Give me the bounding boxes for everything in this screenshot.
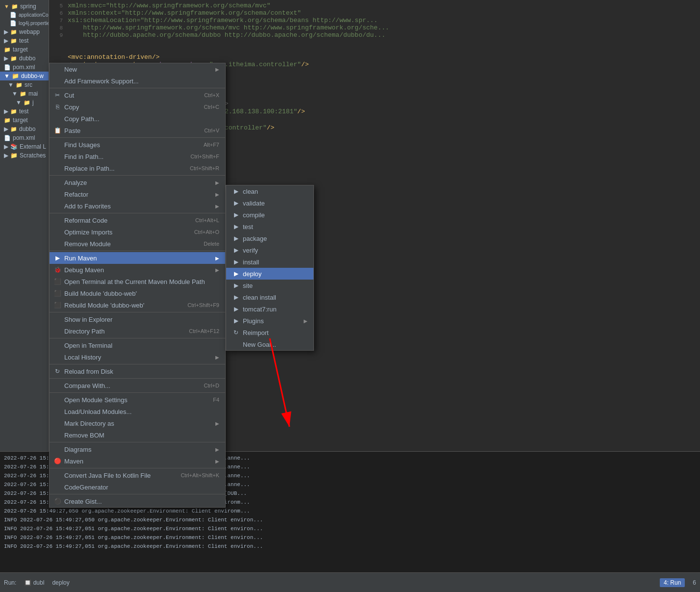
tree-pom2[interactable]: 📄 pom.xml — [0, 133, 49, 142]
submenu-reimport[interactable]: ↻ Reimport — [226, 327, 313, 338]
separator — [50, 251, 225, 251]
menu-item-optimize-imports[interactable]: Optimize Imports Ctrl+Alt+O — [50, 226, 225, 238]
menu-item-create-gist[interactable]: ⚫ Create Gist... — [50, 495, 225, 507]
tree-test2[interactable]: ▶ 📁 test — [0, 107, 49, 116]
separator — [50, 392, 225, 393]
submenu-arrow: ▶ — [215, 256, 219, 261]
menu-item-debug-maven[interactable]: 🐞 Debug Maven ▶ — [50, 264, 225, 276]
tree-mai[interactable]: ▼ 📁 mai — [0, 89, 49, 98]
submenu-validate[interactable]: ▶ validate — [226, 197, 313, 209]
tree-spring[interactable]: ▼ 📁 spring — [0, 2, 49, 11]
menu-item-add-framework[interactable]: Add Framework Support... — [50, 75, 225, 87]
console-line: 2022-07-26 15:49:27,050 org.apache.zooke… — [4, 507, 696, 515]
submenu-arrow: ▶ — [215, 192, 219, 197]
run-maven-submenu: ▶ clean ▶ validate ▶ compile ▶ test ▶ pa… — [226, 185, 314, 351]
menu-item-maven[interactable]: 🔴 Maven ▶ — [50, 455, 225, 467]
separator — [50, 88, 225, 88]
menu-item-directory-path[interactable]: Directory Path Ctrl+Alt+F12 — [50, 325, 225, 337]
menu-item-rebuild-module[interactable]: ⬛ Rebuild Module 'dubbo-web' Ctrl+Shift+… — [50, 299, 225, 311]
submenu-clean[interactable]: ▶ clean — [226, 185, 313, 197]
tree-external[interactable]: ▶ 📚 External L — [0, 142, 49, 151]
tab-run[interactable]: 4: Run — [660, 578, 685, 587]
menu-item-remove-module[interactable]: Remove Module Delete — [50, 238, 225, 250]
menu-item-replace-path[interactable]: Replace in Path... Ctrl+Shift+R — [50, 162, 225, 174]
tree-j[interactable]: ▼ 📁 j — [0, 98, 49, 107]
status-bar: Run: 🔲 dubl deploy 4: Run 6 — [0, 572, 700, 592]
cut-icon: ✂ — [53, 91, 61, 99]
menu-item-diagrams[interactable]: Diagrams ▶ — [50, 443, 225, 455]
submenu-arrow: ▶ — [215, 355, 219, 360]
tree-target1[interactable]: 📁 target — [0, 45, 49, 54]
tree-log4j[interactable]: 📄 log4j.properties — [0, 19, 49, 27]
tree-src[interactable]: ▼ 📁 src — [0, 80, 49, 89]
separator — [50, 494, 225, 494]
tree-scratches[interactable]: ▶ 📁 Scratches — [0, 151, 49, 160]
copy-icon: ⎘ — [53, 103, 61, 111]
submenu-site[interactable]: ▶ site — [226, 280, 313, 291]
menu-item-module-settings[interactable]: Open Module Settings F4 — [50, 394, 225, 406]
menu-item-new[interactable]: New ▶ — [50, 63, 225, 75]
menu-item-open-terminal[interactable]: Open in Terminal — [50, 339, 225, 351]
menu-item-show-explorer[interactable]: Show in Explorer — [50, 313, 225, 325]
submenu-compile[interactable]: ▶ compile — [226, 209, 313, 221]
menu-item-code-generator[interactable]: CodeGenerator — [50, 481, 225, 493]
menu-item-run-maven[interactable]: ▶ Run Maven ▶ — [50, 252, 225, 264]
menu-item-local-history[interactable]: Local History ▶ — [50, 351, 225, 363]
separator — [50, 175, 225, 176]
submenu-package[interactable]: ▶ package — [226, 232, 313, 244]
tree-pom1[interactable]: 📄 pom.xml — [0, 63, 49, 72]
debug-maven-icon: 🐞 — [53, 266, 61, 274]
separator — [50, 312, 225, 312]
submenu-arrow: ▶ — [215, 267, 219, 273]
tree-dubbo-w[interactable]: ▼ 📁 dubbo-w — [0, 72, 49, 80]
separator — [50, 468, 225, 468]
menu-item-analyze[interactable]: Analyze ▶ — [50, 177, 225, 188]
menu-item-find-path[interactable]: Find in Path... Ctrl+Shift+F — [50, 151, 225, 162]
submenu-plugins[interactable]: ▶ Plugins ▶ — [226, 315, 313, 327]
tree-test1[interactable]: ▶ 📁 test — [0, 36, 49, 45]
tree-app-context[interactable]: 📄 applicationContext.xml — [0, 11, 49, 19]
menu-item-reload[interactable]: ↻ Reload from Disk — [50, 365, 225, 377]
menu-item-load-unload[interactable]: Load/Unload Modules... — [50, 406, 225, 417]
run-label: Run: — [4, 579, 16, 586]
tree-dubbo1[interactable]: ▶ 📁 dubbo — [0, 54, 49, 63]
separator — [50, 213, 225, 213]
tab-lines[interactable]: 6 — [693, 579, 696, 586]
menu-item-compare[interactable]: Compare With... Ctrl+D — [50, 380, 225, 391]
submenu-clean-install[interactable]: ▶ clean install — [226, 291, 313, 303]
menu-item-find-usages[interactable]: Find Usages Alt+F7 — [50, 139, 225, 151]
reimport-icon: ↻ — [232, 329, 240, 336]
tree-target2[interactable]: 📁 target — [0, 116, 49, 125]
menu-item-convert-kotlin[interactable]: Convert Java File to Kotlin File Ctrl+Al… — [50, 469, 225, 481]
menu-item-mark-directory[interactable]: Mark Directory as ▶ — [50, 417, 225, 429]
submenu-tomcat7[interactable]: ▶ tomcat7:run — [226, 303, 313, 315]
menu-item-open-terminal-maven[interactable]: ⬛ Open Terminal at the Current Maven Mod… — [50, 276, 225, 287]
menu-item-reformat[interactable]: Reformat Code Ctrl+Alt+L — [50, 214, 225, 226]
menu-item-copy-path[interactable]: Copy Path... — [50, 113, 225, 125]
submenu-arrow: ▶ — [215, 204, 219, 209]
menu-item-add-favorites[interactable]: Add to Favorites ▶ — [50, 200, 225, 212]
deploy-label: deploy — [52, 579, 69, 586]
console-line: INFO 2022-07-26 15:49:27,050 org.apache.… — [4, 515, 696, 524]
tree-dubbo2[interactable]: ▶ 📁 dubbo — [0, 125, 49, 133]
menu-item-refactor[interactable]: Refactor ▶ — [50, 188, 225, 200]
menu-item-remove-bom[interactable]: Remove BOM — [50, 429, 225, 441]
menu-item-build-module[interactable]: ⬛ Build Module 'dubbo-web' — [50, 287, 225, 299]
separator — [50, 137, 225, 138]
submenu-test[interactable]: ▶ test — [226, 221, 313, 232]
submenu-new-goal[interactable]: New Goal... — [226, 338, 313, 350]
menu-item-cut[interactable]: ✂ Cut Ctrl+X — [50, 89, 225, 101]
maven-icon: 🔴 — [53, 457, 61, 465]
submenu-deploy[interactable]: ▶ deploy — [226, 268, 313, 280]
paste-icon: 📋 — [53, 127, 61, 134]
separator — [50, 442, 225, 442]
submenu-arrow: ▶ — [215, 421, 219, 426]
submenu-arrow: ▶ — [215, 447, 219, 452]
tree-webapp[interactable]: ▶ 📁 webapp — [0, 27, 49, 36]
submenu-install[interactable]: ▶ install — [226, 256, 313, 268]
submenu-verify[interactable]: ▶ verify — [226, 244, 313, 256]
separator — [50, 338, 225, 338]
console-line: INFO 2022-07-26 15:49:27,051 org.apache.… — [4, 533, 696, 542]
menu-item-copy[interactable]: ⎘ Copy Ctrl+C — [50, 101, 225, 113]
menu-item-paste[interactable]: 📋 Paste Ctrl+V — [50, 125, 225, 136]
